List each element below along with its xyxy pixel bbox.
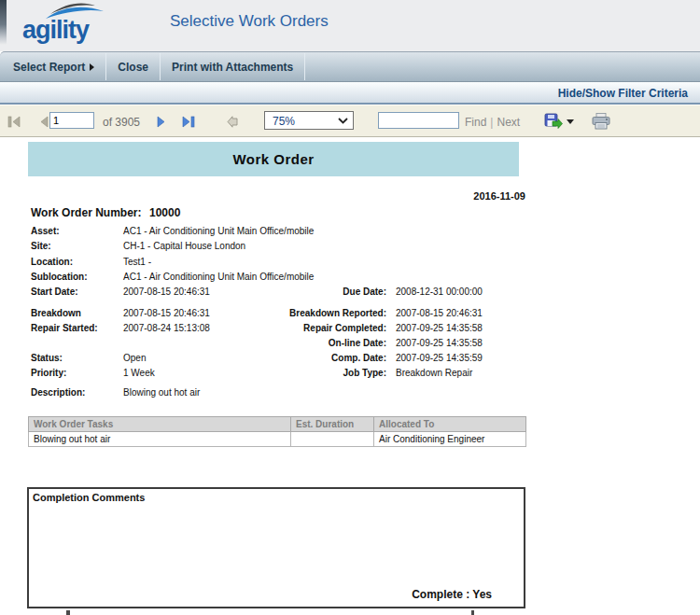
menubar: Select Report Close Print with Attachmen…	[0, 51, 700, 82]
filter-criteria-bar: Hide/Show Filter Criteria	[0, 82, 700, 105]
field-label: Site:	[31, 241, 51, 251]
field-label: Status:	[31, 353, 63, 363]
field-label: Description:	[31, 387, 85, 398]
logo-text: agility	[22, 16, 89, 45]
field-value: 2007-08-15 20:46:31	[123, 287, 210, 297]
field-label: Breakdown	[31, 308, 81, 318]
field-value: CH-1 - Capital House London	[123, 241, 245, 251]
column-header-tasks: Work Order Tasks	[29, 417, 291, 432]
cutoff-text-artifact	[66, 610, 70, 615]
field-value: 2007-08-15 20:46:31	[123, 308, 210, 318]
field-value: AC1 - Air Conditioning Unit Main Office/…	[123, 226, 314, 236]
window-edge	[0, 0, 7, 45]
export-caret-icon[interactable]	[567, 119, 574, 124]
export-icon[interactable]	[544, 113, 563, 130]
field-row-breakdown: Breakdown 2007-08-15 20:46:31 Breakdown …	[0, 308, 525, 320]
parent-report-icon[interactable]	[227, 116, 239, 128]
field-label: Start Date:	[31, 287, 78, 297]
field-value: Test1 -	[123, 257, 151, 267]
current-page-input[interactable]	[49, 112, 94, 129]
hide-show-filter-toggle[interactable]: Hide/Show Filter Criteria	[558, 83, 700, 104]
menu-item-label: Select Report	[13, 61, 85, 74]
field-row-site: Site: CH-1 - Capital House London	[0, 241, 525, 253]
find-button[interactable]: Find	[465, 116, 486, 129]
field-label: Breakdown Reported:	[233, 308, 386, 318]
field-value: 2008-12-31 00:00:00	[396, 287, 483, 297]
total-pages-label: of 3905	[103, 116, 140, 129]
field-row-description: Description: Blowing out hot air	[0, 387, 525, 399]
field-label: Location:	[31, 257, 73, 267]
print-icon[interactable]	[591, 113, 611, 130]
find-text-input[interactable]	[378, 112, 459, 129]
field-label: Job Type:	[233, 368, 386, 378]
table-header-row: Work Order Tasks Est. Duration Allocated…	[29, 417, 526, 432]
report-toolbar: of 3905 75% Find|Next	[0, 105, 700, 137]
find-next-separator: |	[486, 116, 497, 129]
table-row: Blowing out hot air Air Conditioning Eng…	[29, 432, 526, 447]
report-banner: Work Order	[28, 142, 519, 176]
field-label: Due Date:	[233, 287, 386, 297]
menu-item-label: Close	[118, 61, 148, 74]
allocated-cell: Air Conditioning Engineer	[374, 432, 526, 447]
app-header: agility Selective Work Orders	[0, 0, 700, 51]
field-row-start-due: Start Date: 2007-08-15 20:46:31 Due Date…	[0, 287, 525, 299]
previous-page-icon[interactable]	[39, 116, 49, 128]
field-value: 1 Week	[123, 368, 155, 378]
complete-status-label: Complete : Yes	[412, 588, 492, 601]
field-row-asset: Asset: AC1 - Air Conditioning Unit Main …	[0, 226, 525, 238]
completion-comments-box: Completion Comments Complete : Yes	[27, 487, 525, 608]
field-row-sublocation: Sublocation: AC1 - Air Conditioning Unit…	[0, 272, 525, 284]
field-value: Open	[123, 353, 146, 363]
field-row-status-comp: Status: Open Comp. Date: 2007-09-25 14:3…	[0, 353, 525, 365]
field-label: Asset:	[31, 226, 60, 236]
next-button[interactable]: Next	[497, 116, 520, 129]
field-value: AC1 - Air Conditioning Unit Main Office/…	[123, 272, 314, 282]
field-label: Comp. Date:	[233, 353, 386, 363]
field-label: Repair Completed:	[233, 323, 386, 333]
next-page-icon[interactable]	[156, 116, 166, 128]
work-order-number-label: Work Order Number:	[31, 206, 141, 219]
work-order-number-value: 10000	[149, 206, 180, 219]
field-value: 2007-09-25 14:35:58	[396, 338, 483, 348]
field-value: Breakdown Repair	[396, 368, 472, 378]
field-value: 2007-09-25 14:35:59	[396, 353, 483, 363]
find-next-controls: Find|Next	[465, 116, 520, 129]
report-title: Work Order	[28, 142, 519, 176]
field-label: Sublocation:	[31, 272, 88, 282]
menu-item-close[interactable]: Close	[106, 52, 160, 81]
menu-separator	[304, 53, 305, 80]
last-page-icon[interactable]	[181, 116, 195, 128]
first-page-icon[interactable]	[7, 116, 21, 128]
page-title: Selective Work Orders	[170, 12, 329, 31]
field-row-repair: Repair Started: 2007-08-24 15:13:08 Repa…	[0, 323, 525, 335]
field-label: On-line Date:	[233, 338, 386, 348]
column-header-duration: Est. Duration	[291, 417, 374, 432]
submenu-arrow-icon	[90, 63, 94, 71]
field-value: 2007-08-24 15:13:08	[123, 323, 210, 333]
field-label: Repair Started:	[31, 323, 98, 333]
cutoff-text-artifact	[471, 610, 474, 615]
field-value: Blowing out hot air	[123, 387, 200, 398]
zoom-value: 75%	[273, 115, 295, 128]
menu-item-label: Print with Attachments	[172, 61, 293, 74]
report-date: 2016-11-09	[0, 190, 525, 202]
field-value: 2007-09-25 14:35:58	[396, 323, 483, 333]
task-cell: Blowing out hot air	[29, 432, 291, 447]
field-value: 2007-08-15 20:46:31	[396, 308, 483, 318]
agility-logo: agility	[21, 1, 133, 49]
zoom-select[interactable]: 75%	[264, 111, 354, 130]
work-order-tasks-table: Work Order Tasks Est. Duration Allocated…	[28, 416, 526, 447]
menu-item-select-report[interactable]: Select Report	[0, 52, 105, 81]
chevron-down-icon	[338, 118, 348, 124]
app-window: agility Selective Work Orders Select Rep…	[0, 0, 700, 615]
report-page: Work Order 2016-11-09 Work Order Number:…	[0, 137, 700, 615]
menu-item-print-with-attachments[interactable]: Print with Attachments	[161, 52, 304, 81]
field-label: Priority:	[31, 368, 66, 378]
completion-comments-title: Completion Comments	[33, 492, 145, 503]
field-row-location: Location: Test1 -	[0, 257, 525, 269]
duration-cell	[291, 432, 374, 447]
column-header-allocated: Allocated To	[374, 417, 526, 432]
field-row-priority-jobtype: Priority: 1 Week Job Type: Breakdown Rep…	[0, 368, 525, 380]
field-row-online: On-line Date: 2007-09-25 14:35:58	[0, 338, 525, 350]
